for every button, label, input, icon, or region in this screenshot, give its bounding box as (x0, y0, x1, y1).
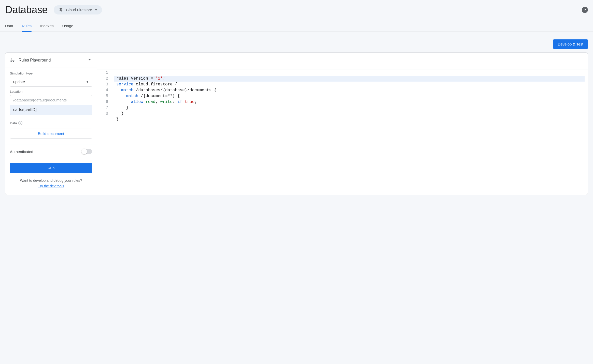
tab-rules[interactable]: Rules (22, 21, 32, 32)
caret-down-icon: ▼ (95, 8, 97, 11)
svg-point-1 (13, 61, 14, 62)
simulation-type-label: Simulation type (10, 71, 92, 75)
database-selector[interactable]: Cloud Firestore ▼ (54, 5, 102, 14)
rules-panel: Rules Playground Simulation type update … (5, 52, 588, 195)
location-field: /databases/(default)/documents (10, 95, 92, 115)
simulation-type-select[interactable]: update ▼ (10, 77, 92, 87)
tab-data[interactable]: Data (5, 21, 13, 32)
rules-playground-sidebar: Rules Playground Simulation type update … (5, 53, 97, 195)
chevron-down-icon[interactable] (87, 57, 92, 63)
authenticated-toggle[interactable] (82, 149, 92, 154)
database-selector-label: Cloud Firestore (66, 8, 92, 12)
location-prefix: /databases/(default)/documents (10, 95, 92, 105)
footer-text: Want to develop and debug your rules? (10, 178, 92, 183)
playground-form: Simulation type update ▼ Location /datab… (5, 68, 97, 144)
toggle-knob (81, 149, 87, 154)
location-label: Location (10, 90, 92, 94)
playground-title: Rules Playground (19, 58, 83, 63)
try-dev-tools-link[interactable]: Try the dev tools (38, 184, 64, 188)
info-icon[interactable]: ? (18, 121, 22, 125)
rules-editor: 1 2 3 4 5 6 7 8 rules_version = '2';serv… (97, 53, 588, 195)
playground-auth: Authenticated (5, 144, 97, 156)
page-header: Database Cloud Firestore ▼ ? (0, 0, 593, 18)
code-content[interactable]: rules_version = '2';service cloud.firest… (114, 70, 588, 134)
authenticated-label: Authenticated (10, 149, 33, 154)
editor-toolbar (97, 53, 588, 69)
tab-bar: Data Rules Indexes Usage (0, 21, 593, 32)
playground-header[interactable]: Rules Playground (5, 53, 97, 68)
tune-icon (10, 58, 15, 63)
help-icon[interactable]: ? (582, 7, 588, 13)
caret-down-icon: ▼ (86, 80, 89, 83)
playground-footer: Want to develop and debug your rules? Tr… (5, 177, 97, 195)
run-button[interactable]: Run (10, 163, 92, 173)
build-document-button[interactable]: Build document (10, 129, 92, 139)
rules-toolbar: Develop & Test (0, 32, 593, 52)
code-area[interactable]: 1 2 3 4 5 6 7 8 rules_version = '2';serv… (97, 69, 588, 134)
firestore-icon (58, 7, 63, 12)
svg-point-0 (11, 58, 12, 59)
simulation-type-value: update (13, 80, 25, 84)
develop-test-button[interactable]: Develop & Test (553, 39, 588, 49)
tab-usage[interactable]: Usage (62, 21, 73, 32)
line-gutter: 1 2 3 4 5 6 7 8 (97, 70, 114, 134)
tab-indexes[interactable]: Indexes (40, 21, 54, 32)
page-title: Database (5, 4, 48, 16)
location-input[interactable] (10, 105, 92, 115)
data-label: Data ? (10, 121, 92, 125)
